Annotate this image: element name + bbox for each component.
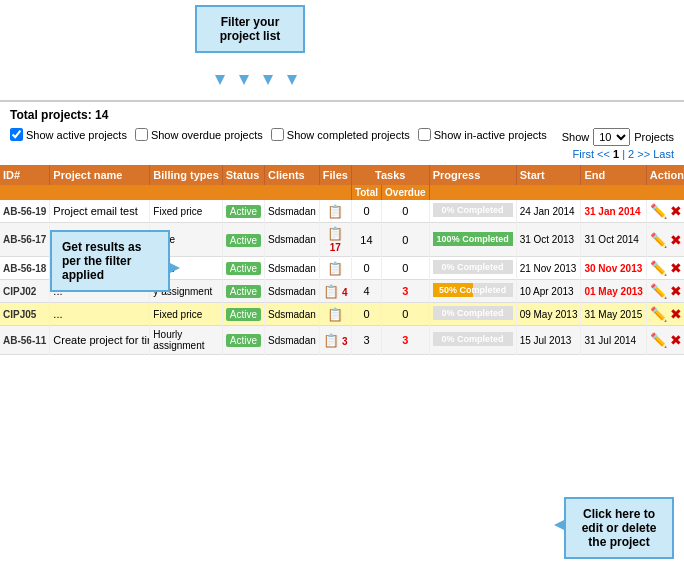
cell-id: AB-56-19 [0,200,50,223]
edit-icon[interactable]: ✏️ [650,332,667,348]
col-tasks: Tasks [351,165,429,185]
cell-tasks-overdue: 0 [382,223,430,257]
action-icons: ✏️ ✖ [650,332,684,348]
status-badge: Active [226,334,261,347]
arrow-2 [239,75,249,85]
cell-files: 📋 [319,200,351,223]
cell-progress: 100% Completed [429,223,516,257]
show-select[interactable]: 10 25 50 [593,128,630,146]
cell-files: 📋 [319,303,351,326]
filter-active-checkbox[interactable] [10,128,23,141]
pagination-sep: | [622,148,625,160]
edit-icon[interactable]: ✏️ [650,203,667,219]
progress-bar: 0% Completed [433,306,513,320]
cell-status: Active [222,326,264,355]
filter-inactive-label[interactable]: Show in-active projects [418,128,547,141]
cell-tasks-total: 0 [351,257,381,280]
pagination-page2[interactable]: 2 [628,148,634,160]
filter-completed-text: Show completed projects [287,129,410,141]
cell-end: 30 Nov 2013 [581,257,646,280]
pagination-last[interactable]: Last [653,148,674,160]
col-progress: Progress [429,165,516,185]
cell-project-name: Create project for time zone test [50,326,150,355]
cell-client: Sdsmadan [265,223,320,257]
cell-id: AB-56-11 [0,326,50,355]
pagination-prev[interactable]: << [597,148,610,160]
filter-overdue-checkbox[interactable] [135,128,148,141]
cell-project-name: Project email test [50,200,150,223]
table-sub-header: Total Overdue [0,185,684,200]
cell-status: Active [222,280,264,303]
edit-icon[interactable]: ✏️ [650,283,667,299]
cell-end: 31 Jan 2014 [581,200,646,223]
cell-files: 📋 17 [319,223,351,257]
cell-start: 31 Oct 2013 [516,223,581,257]
delete-icon[interactable]: ✖ [670,283,682,299]
filter-active-text: Show active projects [26,129,127,141]
status-badge: Active [226,262,261,275]
cell-action: ✏️ ✖ [646,303,684,326]
show-label: Show [562,131,590,143]
delete-icon[interactable]: ✖ [670,306,682,322]
file-icon[interactable]: 📋 [323,333,339,348]
cell-action: ✏️ ✖ [646,280,684,303]
header-bar [0,100,684,102]
filter-inactive-checkbox[interactable] [418,128,431,141]
cell-files: 📋 4 [319,280,351,303]
progress-text: 50% Completed [433,283,513,297]
pagination-next[interactable]: >> [637,148,650,160]
file-icon[interactable]: 📋 [327,226,343,241]
cell-start: 15 Jul 2013 [516,326,581,355]
col-files: Files [319,165,351,185]
results-callout-text: Get results as per the filter applied [62,240,141,282]
delete-icon[interactable]: ✖ [670,260,682,276]
file-icon[interactable]: 📋 [327,307,343,322]
edit-icon[interactable]: ✏️ [650,260,667,276]
cell-tasks-overdue: 0 [382,257,430,280]
col-project-name: Project name [50,165,150,185]
projects-label: Projects [634,131,674,143]
filter-completed-label[interactable]: Show completed projects [271,128,410,141]
file-icon[interactable]: 📋 [327,261,343,276]
cell-client: Sdsmadan [265,280,320,303]
col-clients: Clients [265,165,320,185]
cell-status: Active [222,200,264,223]
progress-bar: 0% Completed [433,203,513,217]
cell-project-name: ... [50,303,150,326]
show-right: Show 10 25 50 Projects [562,128,674,146]
cell-billing-type: Hourly assignment [150,326,222,355]
cell-tasks-total: 0 [351,303,381,326]
cell-progress: 0% Completed [429,303,516,326]
progress-text: 0% Completed [433,332,513,346]
cell-tasks-overdue: 0 [382,200,430,223]
edit-icon[interactable]: ✏️ [650,232,667,248]
filter-inactive-text: Show in-active projects [434,129,547,141]
cell-billing-type: Fixed price [150,303,222,326]
filter-active-label[interactable]: Show active projects [10,128,127,141]
action-icons: ✏️ ✖ [650,283,684,299]
cell-files: 📋 3 [319,326,351,355]
cell-tasks-total: 14 [351,223,381,257]
edit-icon[interactable]: ✏️ [650,306,667,322]
action-icons: ✏️ ✖ [650,232,684,248]
sub-empty [0,185,351,200]
file-icon[interactable]: 📋 [323,284,339,299]
filter-callout: Filter your project list [195,5,305,53]
cell-end: 31 Jul 2014 [581,326,646,355]
filter-overdue-text: Show overdue projects [151,129,263,141]
col-billing-types: Billing types [150,165,222,185]
pagination-page1[interactable]: 1 [613,148,619,160]
pagination-first[interactable]: First [573,148,594,160]
delete-icon[interactable]: ✖ [670,232,682,248]
progress-bar: 50% Completed [433,283,513,297]
filter-overdue-label[interactable]: Show overdue projects [135,128,263,141]
file-icon[interactable]: 📋 [327,204,343,219]
cell-progress: 0% Completed [429,326,516,355]
cell-status: Active [222,223,264,257]
sub-tasks-total: Total [351,185,381,200]
status-badge: Active [226,308,261,321]
filter-completed-checkbox[interactable] [271,128,284,141]
delete-icon[interactable]: ✖ [670,332,682,348]
cell-status: Active [222,303,264,326]
delete-icon[interactable]: ✖ [670,203,682,219]
